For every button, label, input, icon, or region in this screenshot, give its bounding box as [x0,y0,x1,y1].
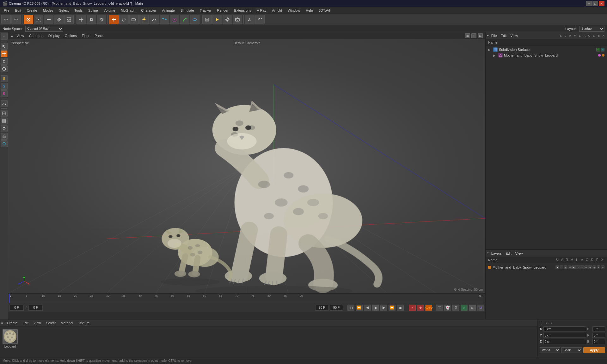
motion-system-btn[interactable]: M [477,305,484,311]
edit-menu[interactable]: Edit [13,8,24,13]
obj-row-subdivision[interactable]: ▶ Subdivision Surface ✓ ~ [487,47,606,52]
tool-circle[interactable] [1,140,8,147]
skip-to-start-btn[interactable]: ⏮ [347,305,354,311]
coord-x-input[interactable] [543,326,586,331]
character-menu[interactable]: Character [138,8,159,13]
redo-button[interactable]: ↪ [11,15,21,24]
file-menu[interactable]: File [1,8,12,13]
range-end-input[interactable] [330,305,343,311]
tool-grid[interactable] [1,110,8,117]
status-check[interactable]: ✓ [596,48,600,52]
layer-icon-box[interactable]: □ [560,265,563,269]
tool-grid-2[interactable] [1,118,8,124]
camera-button[interactable] [129,15,139,24]
move-tool-button[interactable] [77,15,86,24]
material-item-leopard[interactable]: Leopard [3,329,18,348]
tool-s-3[interactable]: S [1,90,8,97]
snapshot-button[interactable] [233,15,242,24]
play-back-btn[interactable]: ◀ [364,305,371,311]
node-space-select[interactable]: Current (V-Ray) [25,26,63,32]
maximize-button[interactable]: □ [592,1,598,6]
play-btn[interactable]: ▶ [380,305,387,311]
light-button[interactable] [139,15,149,24]
material-select-menu[interactable]: Select [45,321,57,325]
simulate-menu[interactable]: Simulate [178,8,197,13]
om-view-menu[interactable]: View [509,33,519,38]
close-button[interactable]: ✕ [599,1,604,6]
rotate-tool[interactable] [1,65,8,72]
render-region-button[interactable] [202,15,212,24]
arnold-menu[interactable]: Arnold [269,8,285,13]
edge-mode-button[interactable] [44,15,53,24]
coord-scale-select[interactable]: Scale [561,347,582,353]
tool-s-2[interactable]: S [1,83,8,90]
uv-mode-button[interactable]: UV [64,15,74,24]
coord-b-input[interactable] [592,339,605,344]
layers-menu[interactable]: Layers [490,251,503,256]
status-teal[interactable]: ~ [601,48,604,52]
help-menu[interactable]: Help [303,8,316,13]
generator-button[interactable] [170,15,179,24]
move-tool[interactable] [1,50,8,57]
anim-settings-btn[interactable]: ⚙ [452,305,459,311]
om-menu-icon[interactable]: ≡ [487,34,489,37]
tracker-menu[interactable]: Tracker [197,8,214,13]
add-object-button[interactable] [109,15,119,24]
spline-menu[interactable]: Spline [86,8,101,13]
paint-button[interactable] [245,15,254,24]
motion-clip-btn[interactable]: ▷ [461,305,468,311]
viewport-expand-btn[interactable]: ⊞ [465,33,470,38]
material-texture-menu[interactable]: Texture [77,321,91,325]
viewport-lock-btn[interactable]: ↑ [471,33,476,38]
sculpt-button[interactable] [255,15,265,24]
coord-world-select[interactable]: World [540,347,560,353]
step-back-btn[interactable]: ⏪ [356,305,363,311]
step-forward-btn[interactable]: ⏩ [389,305,395,311]
layer-icon-star[interactable]: ✦ [597,265,600,269]
viewport-sync-btn[interactable]: ⊟ [478,33,483,38]
coord-y-input[interactable] [543,333,586,338]
object-mode-button[interactable] [24,15,33,24]
volume-menu[interactable]: Volume [101,8,118,13]
material-edit-menu[interactable]: Edit [21,321,30,325]
mograph-menu[interactable]: MoGraph [118,8,138,13]
start-frame-input[interactable] [28,305,43,311]
coord-z-input[interactable] [543,339,586,344]
create-menu[interactable]: Create [24,8,40,13]
autokey-btn[interactable]: AUTO [425,305,432,311]
scale-tool-button[interactable] [87,15,96,24]
keyframe-btn[interactable]: ◆ [417,305,424,311]
3dtoall-menu[interactable]: 3DToAll [316,8,333,13]
apply-button[interactable]: Apply [583,347,605,353]
timeline-ruler[interactable]: 0 5 10 15 20 25 30 35 40 45 50 55 60 65 [8,294,485,303]
current-frame-input[interactable] [9,305,24,311]
viewport[interactable]: Perspective Default Camera:* Grid Spacin… [8,39,485,293]
viewport-menu-icon[interactable]: ≡ [11,34,13,38]
expand-icon-leopard[interactable]: ▶ [493,54,497,57]
layer-icon-motion[interactable]: ⊟ [568,265,572,269]
render-view-button[interactable] [212,15,222,24]
render-menu[interactable]: Render [215,8,231,13]
om-edit-menu[interactable]: Edit [500,33,508,38]
layer-icon-eye[interactable]: ● [555,265,559,269]
coord-h-input[interactable] [592,326,605,331]
polygon-mode-button[interactable] [54,15,64,24]
tool-s-1[interactable]: S [1,75,8,82]
tool-paint[interactable] [1,125,8,132]
obj-row-leopard[interactable]: ▶ Mother_and_Baby_Snow_Leopard [487,52,606,58]
material-menu-icon[interactable]: ≡ [1,321,3,325]
layer-icon-play[interactable]: ▷ [576,265,580,269]
viewport-panel-menu[interactable]: Panel [93,33,105,38]
null-object-button[interactable] [119,15,129,24]
layers-view-menu[interactable]: View [514,251,524,256]
tools-menu[interactable]: Tools [72,8,85,13]
animate-menu[interactable]: Animate [159,8,177,13]
material-create-menu[interactable]: Create [6,321,19,325]
motion-paths-btn[interactable]: 🎬 [436,305,443,311]
expand-icon-subdivision[interactable]: ▶ [488,48,492,52]
material-material-menu[interactable]: Material [59,321,74,325]
tool-lock[interactable] [1,133,8,140]
layer-icon-plus[interactable]: ⊕ [601,265,604,269]
deformer-button[interactable] [160,15,169,24]
range-start-input[interactable] [315,305,328,311]
